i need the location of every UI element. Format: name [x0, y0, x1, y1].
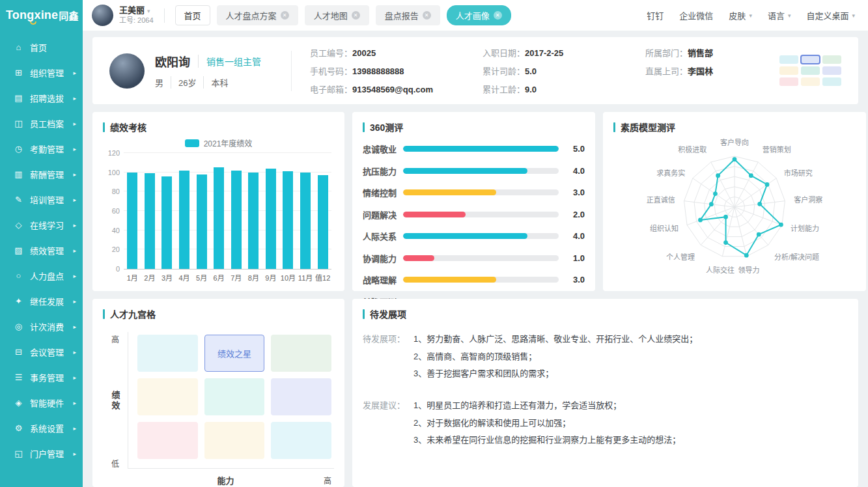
employee-name: 欧阳询	[155, 53, 190, 70]
topbar-action-custom-desktop[interactable]: 自定义桌面▾	[806, 9, 855, 21]
user-block[interactable]: 王美丽▾ 工号: 2064	[119, 5, 154, 25]
topbar-action-language[interactable]: 语言▾	[768, 9, 791, 21]
chevron-right-icon: ▸	[73, 451, 76, 457]
tab-home[interactable]: 首页	[175, 5, 210, 25]
sidebar-item-meeting-management[interactable]: ⊟会议管理▸	[0, 339, 83, 365]
close-icon[interactable]: ✕	[494, 11, 502, 20]
topbar-actions: 钉钉企业微信皮肤▾语言▾自定义桌面▾	[647, 9, 855, 21]
metric-fill	[403, 212, 466, 217]
topbar: 王美丽▾ 工号: 2064 首页人才盘点方案✕人才地图✕盘点报告✕人才画像✕ 钉…	[83, 0, 868, 31]
sidebar-item-recruitment[interactable]: ▤招聘选拔▸	[0, 85, 83, 111]
close-icon[interactable]: ✕	[281, 11, 289, 20]
metric-fill	[403, 168, 527, 174]
bar-slot	[193, 174, 210, 269]
review-360-row: 抗压能力4.0	[363, 165, 585, 177]
group-lines: 1、明星员工的培养和打造上还有潜力，学会适当放权；2、对于数据化的解读和使用上可…	[413, 397, 680, 449]
sidebar-item-talent-review[interactable]: ○人力盘点▸	[0, 263, 83, 288]
sidebar-item-compensation[interactable]: ▥薪酬管理▸	[0, 161, 83, 187]
nine-grid-cell	[271, 378, 331, 415]
bar-slot	[245, 173, 262, 269]
development-group: 发展建议：1、明星员工的培养和打造上还有潜力，学会适当放权；2、对于数据化的解读…	[363, 397, 848, 449]
sidebar-item-org-management[interactable]: ⊞组织管理▸	[0, 60, 83, 85]
action-label: 钉钉	[647, 9, 664, 21]
charts-row: 绩效考核 2021年度绩效 020406080100120 1月2月3月4月5月…	[92, 112, 858, 291]
brand-logo-en: Tongxine	[6, 8, 58, 22]
sidebar-item-succession[interactable]: ✦继任发展▸	[0, 288, 83, 314]
tab-talent-map[interactable]: 人才地图✕	[305, 5, 369, 25]
person-icon: ○	[13, 271, 24, 281]
nine-grid-cell	[204, 422, 265, 459]
sidebar-item-performance[interactable]: ▨绩效管理▸	[0, 238, 83, 263]
bar-slot	[297, 173, 315, 269]
sidebar-item-employee-files[interactable]: ◫员工档案▸	[0, 111, 83, 136]
chevron-right-icon: ▸	[73, 400, 76, 406]
org-chart-icon: ⊞	[13, 68, 24, 77]
tab-talent-review-plan[interactable]: 人才盘点方案✕	[217, 5, 298, 25]
sidebar-item-affairs-management[interactable]: ☰事务管理▸	[0, 365, 83, 390]
mini-grid-cell	[822, 77, 841, 86]
x-tick-label: 7月	[227, 272, 245, 283]
field-label: 员工编号：	[310, 48, 352, 58]
review-360-row: 协调能力1.0	[363, 252, 585, 264]
sidebar-item-system-settings[interactable]: ⚙系统设置▸	[0, 415, 83, 441]
main-area: 王美丽▾ 工号: 2064 首页人才盘点方案✕人才地图✕盘点报告✕人才画像✕ 钉…	[83, 0, 868, 487]
sidebar-item-label: 绩效管理	[30, 244, 73, 257]
metric-value: 5.0	[568, 144, 585, 154]
tab-talent-portrait[interactable]: 人才画像✕	[447, 5, 511, 25]
sidebar-item-label: 计次消费	[30, 320, 73, 333]
succession-icon: ✦	[13, 296, 24, 306]
xaxis-title: 能力	[128, 474, 324, 486]
radar-axis-label: 组织认知	[650, 224, 679, 232]
radar-svg: 客户导向营销策划市场研究客户洞察计划能力分析/解决问题领导力人际交往个人管理组织…	[613, 133, 856, 279]
employee-field: 入职日期：2017-2-25	[483, 46, 639, 59]
employee-identity: 欧阳询 销售一组主管 男26岁本科	[155, 53, 282, 89]
development-line: 1、努力勤奋、人脉广泛、思路清晰、敬业专业、开拓行业、个人业绩突出；	[413, 331, 697, 348]
brand-logo[interactable]: Tongxine同鑫	[0, 0, 83, 31]
metric-fill	[403, 233, 527, 239]
topbar-action-dingtalk[interactable]: 钉钉	[647, 9, 664, 21]
development-line: 1、明星员工的培养和打造上还有潜力，学会适当放权；	[413, 397, 680, 415]
mini-grid-cell	[822, 55, 841, 64]
tab-review-report[interactable]: 盘点报告✕	[376, 5, 440, 25]
yaxis-title: 绩效	[109, 391, 122, 411]
chevron-right-icon: ▸	[73, 120, 76, 127]
field-label: 所属部门：	[645, 48, 688, 58]
sidebar-item-metered-consumption[interactable]: ◎计次消费▸	[0, 314, 83, 339]
bar-slot	[314, 175, 331, 269]
logo-smile-icon	[30, 21, 36, 25]
group-lines: 1、努力勤奋、人脉广泛、思路清晰、敬业专业、开拓行业、个人业绩突出；2、高情商、…	[413, 331, 697, 383]
radar-axis-label: 领导力	[738, 266, 760, 274]
employee-field: 电子邮箱：913548569@qq.com	[310, 83, 476, 95]
employee-tag: 男	[155, 76, 171, 89]
y-tick-label: 0	[103, 265, 120, 273]
metric-value: 2.0	[568, 210, 585, 219]
close-icon[interactable]: ✕	[352, 11, 360, 20]
sidebar-item-portal-management[interactable]: ◱门户管理▸	[0, 441, 83, 466]
bar-chart-legend[interactable]: 2021年度绩效	[103, 137, 334, 148]
radar-axis-label: 积极进取	[678, 145, 707, 154]
nine-grid-cell: 绩效之星	[204, 335, 265, 372]
topbar-action-skin[interactable]: 皮肤▾	[729, 9, 752, 21]
topbar-action-wecom[interactable]: 企业微信	[679, 9, 713, 21]
user-avatar[interactable]	[92, 5, 113, 26]
mini-grid-cell	[801, 55, 820, 64]
sidebar-item-attendance[interactable]: ◷考勤管理▸	[0, 136, 83, 161]
yaxis-high-label: 高	[111, 333, 119, 344]
competency-radar-card: 素质模型测评 客户导向营销策划市场研究客户洞察计划能力分析/解决问题领导力人际交…	[603, 112, 866, 291]
y-tick-label: 100	[103, 169, 120, 176]
sidebar-item-online-learning[interactable]: ◇在线学习▸	[0, 212, 83, 238]
sidebar-item-training[interactable]: ✎培训管理▸	[0, 187, 83, 212]
sidebar-item-home[interactable]: ⌂首页	[0, 35, 83, 60]
radar-axis-label: 营销策划	[763, 145, 791, 154]
employee-tag: 本科	[203, 76, 235, 89]
chevron-down-icon: ▾	[147, 8, 150, 14]
group-label: 待发展项：	[363, 331, 413, 383]
radar-axis-label: 客户导向	[720, 138, 749, 146]
tab-label: 人才画像	[456, 9, 490, 21]
nine-grid-cell	[137, 378, 198, 415]
employee-field: 直属上司：李国林	[645, 64, 779, 77]
close-icon[interactable]: ✕	[423, 11, 431, 20]
metric-value: 4.0	[568, 231, 585, 241]
sidebar-item-smart-hardware[interactable]: ◈智能硬件▸	[0, 390, 83, 415]
radar-point	[713, 191, 718, 196]
